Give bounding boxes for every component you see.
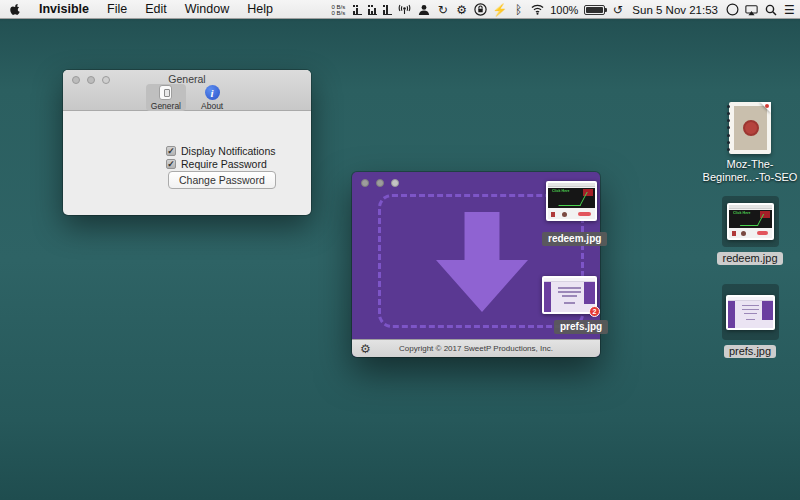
app-menu-invisible[interactable]: Invisible — [30, 0, 98, 19]
tab-about-label: About — [201, 101, 223, 111]
menu-edit[interactable]: Edit — [136, 0, 176, 19]
info-icon: i — [205, 85, 220, 100]
display-notifications-label: Display Notifications — [181, 145, 276, 157]
prefs-file-label: prefs.jpg — [554, 320, 608, 334]
selection-highlight: Click Here — [722, 196, 779, 247]
radio-wave-icon[interactable] — [398, 3, 411, 16]
require-password-label: Require Password — [181, 158, 267, 170]
selection-highlight — [722, 284, 779, 340]
desktop-icon-moz-pdf[interactable]: Moz-The- Beginner...-To-SEO — [700, 102, 800, 184]
prefs-thumbnail-art — [544, 278, 595, 312]
tab-general[interactable]: General — [146, 84, 186, 111]
disk-graph-icon[interactable] — [383, 4, 392, 15]
moz-document-icon — [729, 102, 771, 154]
menu-file[interactable]: File — [98, 0, 136, 19]
prefs-thumbnail[interactable]: 2 — [542, 276, 597, 314]
tab-general-label: General — [151, 101, 181, 111]
moz-seal — [743, 120, 759, 136]
copyright-text: Copyright © 2017 SweetP Productions, Inc… — [352, 344, 600, 353]
zoom-button[interactable] — [102, 76, 110, 84]
menu-bar: Invisible File Edit Window Help 0 B/s 0 … — [0, 0, 800, 19]
battery-percent-label: 100% — [550, 4, 578, 16]
prefs-desktop-thumbnail — [726, 295, 775, 330]
close-button[interactable] — [72, 76, 80, 84]
redeem-desktop-label: redeem.jpg — [717, 252, 782, 265]
gear-icon[interactable]: ⚙ — [455, 3, 468, 16]
wifi-icon[interactable] — [531, 3, 544, 16]
bluetooth-icon[interactable]: ᛒ — [512, 3, 525, 16]
require-password-checkbox[interactable]: ✓ — [166, 159, 176, 169]
drop-window-footer: ⚙ Copyright © 2017 SweetP Productions, I… — [352, 339, 600, 357]
notification-center-icon[interactable]: ☰ — [783, 3, 796, 16]
tab-about[interactable]: i About — [196, 84, 228, 111]
user-icon[interactable] — [417, 3, 430, 16]
power-bolt-icon[interactable]: ⚡ — [493, 3, 506, 16]
battery-icon[interactable] — [584, 5, 605, 15]
redeem-file-label: redeem.jpg — [542, 232, 607, 246]
invisible-lock-icon[interactable] — [474, 3, 487, 16]
spotlight-search-icon[interactable] — [764, 3, 777, 16]
close-button[interactable] — [361, 179, 369, 187]
display-notifications-row: ✓ Display Notifications — [166, 145, 276, 157]
preferences-window: General General i About ✓ Display Notifi… — [63, 70, 311, 215]
notification-badge: 2 — [589, 306, 600, 317]
switch-icon — [159, 85, 172, 100]
siri-icon[interactable] — [726, 3, 739, 16]
redeem-thumbnail[interactable]: Click Here — [546, 181, 597, 221]
memory-graph-icon[interactable] — [368, 4, 377, 15]
minimize-button[interactable] — [87, 76, 95, 84]
display-notifications-checkbox[interactable]: ✓ — [166, 146, 176, 156]
drop-window: Click Here redeem.jpg 2 prefs.jpg — [352, 172, 600, 357]
menu-bar-clock[interactable]: Sun 5 Nov 21:53 — [630, 4, 720, 16]
sync-icon[interactable]: ↻ — [436, 3, 449, 16]
prefs-toolbar: General i About — [63, 84, 311, 111]
zoom-button[interactable] — [391, 179, 399, 187]
prefs-content: ✓ Display Notifications ✓ Require Passwo… — [63, 111, 311, 215]
desktop-icon-prefs[interactable]: prefs.jpg — [695, 284, 800, 358]
time-machine-icon[interactable]: ↺ — [611, 3, 624, 16]
airplay-display-icon[interactable] — [745, 3, 758, 16]
require-password-row: ✓ Require Password — [166, 158, 267, 170]
moz-file-label: Moz-The- Beginner...-To-SEO — [703, 158, 798, 184]
minimize-button[interactable] — [376, 179, 384, 187]
network-speed-readout[interactable]: 0 B/s 0 B/s — [332, 4, 348, 16]
apple-menu[interactable] — [0, 0, 30, 19]
desktop-icon-redeem[interactable]: Click Here redeem.jpg — [695, 196, 800, 265]
redeem-desktop-thumbnail: Click Here — [727, 203, 774, 240]
net-down-label: 0 B/s — [332, 10, 346, 16]
prefs-titlebar[interactable]: General General i About — [63, 70, 311, 111]
menu-window[interactable]: Window — [176, 0, 238, 19]
change-password-button[interactable]: Change Password — [168, 171, 276, 189]
apple-logo-icon — [9, 3, 21, 16]
prefs-desktop-label: prefs.jpg — [724, 345, 776, 358]
cpu-graph-icon[interactable] — [353, 4, 362, 15]
desktop: Invisible File Edit Window Help 0 B/s 0 … — [0, 0, 800, 500]
menu-help[interactable]: Help — [238, 0, 282, 19]
redeem-thumbnail-art: Click Here — [548, 183, 595, 219]
